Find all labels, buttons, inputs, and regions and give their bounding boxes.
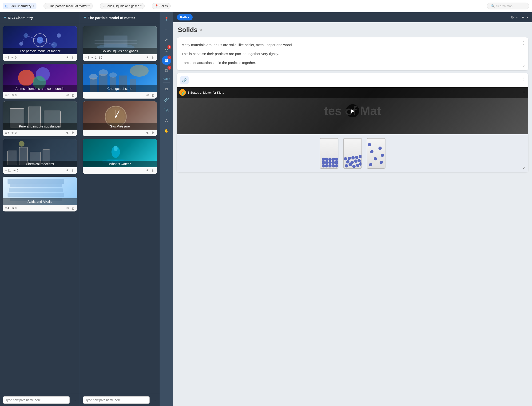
crumb-solids-liq-label: Solids, liquids and gases — [106, 4, 139, 8]
card-changes-footer: 👁 🗑 — [83, 92, 157, 99]
crumb-particle[interactable]: ○ The particle model of matter ▾ — [43, 3, 93, 9]
svg-point-77 — [369, 163, 372, 166]
eye-icon: 👁 — [12, 56, 14, 59]
topnav: ⊞ KS3 Chemistry ▾ → ○ The particle model… — [0, 0, 532, 12]
column-ks3: ≡ KS3 Chemistry — [0, 12, 80, 406]
crumb-particle-chevron: ▾ — [88, 4, 90, 7]
pen-btn[interactable]: ✒ — [521, 15, 525, 20]
text-p2: This is because their particles are pack… — [182, 51, 524, 57]
card-chemical-eye-btn[interactable]: 👁 — [66, 169, 69, 172]
card-acids-layers: ≡ 4 — [5, 207, 9, 210]
card-solids-liq-label: Solids, liquids and gases — [83, 48, 157, 54]
card-solids-liq[interactable]: Solids, liquids and gases ≡ 4 👁 1 ℹ 2 — [83, 26, 157, 61]
card-changes-trash-btn[interactable]: 🗑 — [151, 93, 155, 97]
col1-footer-dots[interactable]: ··· — [72, 397, 77, 403]
svg-point-83 — [368, 143, 371, 146]
layers-icon-2: ≡ — [5, 94, 7, 97]
tool-arrow-btn[interactable]: → — [162, 24, 171, 34]
card-chemical[interactable]: Chemical reactions ≡ 11 👁 0 👁 🗑 — [3, 139, 77, 174]
card-gas-trash-btn[interactable]: 🗑 — [151, 131, 155, 135]
svg-point-69 — [350, 161, 354, 164]
card-sl-trash-btn[interactable]: 🗑 — [151, 56, 155, 59]
text-card-expand-icon[interactable]: ⤢ — [523, 64, 525, 67]
card-atoms-eye-btn[interactable]: 👁 — [66, 93, 69, 97]
video-card-menu[interactable]: ⋮ — [521, 76, 525, 81]
card-acids-trash-btn[interactable]: 🗑 — [71, 206, 75, 210]
card-sl-eye-btn[interactable]: 👁 — [146, 56, 149, 59]
card-atoms-img: Atoms, elements and compounds — [3, 64, 77, 92]
svg-rect-23 — [7, 193, 64, 197]
card-changes-img: Changes of state — [83, 64, 157, 92]
comment-icon: □ — [165, 68, 168, 73]
svg-point-75 — [355, 156, 359, 159]
card-pure[interactable]: Pure and impure substances ≡ 6 👁 0 👁 🗑 — [3, 102, 77, 136]
card-water-img: What is water? — [83, 139, 157, 167]
tool-fullscreen-btn[interactable]: ⤢ — [162, 35, 171, 44]
card-water[interactable]: What is water? 👁 🗑 — [83, 139, 157, 174]
eye-icon-sl: 👁 — [92, 56, 94, 59]
column2-footer: ··· — [80, 394, 160, 406]
tool-drive-btn[interactable]: △ — [162, 116, 171, 125]
card-chemical-trash-btn[interactable]: 🗑 — [71, 169, 75, 172]
col1-new-path-input[interactable] — [3, 396, 70, 404]
card-pure-img: Pure and impure substances — [3, 102, 77, 130]
svg-rect-20 — [7, 179, 64, 184]
card-changes[interactable]: Changes of state 👁 🗑 — [83, 64, 157, 99]
arrow-icon-2: → — [94, 4, 99, 8]
card-particle[interactable]: The particle model of matter ≡ 4 👁 0 👁 🗑 — [3, 26, 77, 61]
col2-footer-dots[interactable]: ··· — [151, 397, 157, 403]
svg-point-47 — [114, 146, 118, 151]
card-chemical-views: 👁 0 — [13, 169, 18, 172]
tool-pin-btn[interactable]: 📍 — [162, 14, 171, 23]
card-pure-label: Pure and impure substances — [3, 123, 77, 130]
path-chevron: ▾ — [188, 15, 189, 19]
tool-link-btn[interactable]: 🔗 — [162, 95, 171, 104]
card-gas[interactable]: Gas Pressure 👁 🗑 — [83, 102, 157, 136]
card-water-eye-btn[interactable]: 👁 — [146, 169, 149, 172]
svg-point-65 — [352, 165, 356, 168]
crumb-solids-liq[interactable]: ○ Solids, liquids and gases ▾ — [100, 3, 145, 9]
card-pure-layers: ≡ 6 — [5, 131, 9, 135]
search-box[interactable]: 🔍 Search map... — [487, 3, 529, 9]
col2-new-path-input[interactable] — [83, 396, 150, 404]
node-edit-icon[interactable]: ✏ — [200, 28, 202, 32]
card-atoms-trash-btn[interactable]: 🗑 — [71, 93, 75, 97]
tool-hand-btn[interactable]: ✋ — [162, 126, 171, 135]
card-water-trash-btn[interactable]: 🗑 — [151, 169, 155, 172]
crumb-solids-liq-icon: ○ — [103, 4, 105, 8]
tool-comment-btn[interactable]: □ 0 — [162, 66, 171, 75]
tool-target-btn[interactable]: ◎ 0 — [162, 45, 171, 55]
column1-header: ≡ KS3 Chemistry — [0, 12, 80, 23]
video-thumbnail[interactable]: 🌈 3 States of Matter for Kid... ⋮ tes of… — [177, 87, 528, 134]
mid-toolbar: 📍 → ⤢ ◎ 0 ⊟ 2 □ 0 Add + ⧉ 🔗 📎 — [160, 12, 173, 406]
tool-copy-btn[interactable]: ⧉ — [162, 84, 171, 94]
card-atoms[interactable]: Atoms, elements and compounds ≡ 8 👁 0 👁 … — [3, 64, 77, 99]
crumb-solids[interactable]: 📍 Solids — [152, 3, 171, 9]
card-pure-trash-btn[interactable]: 🗑 — [71, 131, 75, 135]
video-expand-icon[interactable]: ⤢ — [523, 166, 525, 170]
card-gas-eye-btn[interactable]: 👁 — [146, 131, 149, 135]
svg-point-5 — [57, 33, 61, 38]
brand-button[interactable]: ⊞ KS3 Chemistry ▾ — [3, 3, 36, 9]
solid-cylinder — [320, 138, 338, 169]
tool-add-btn[interactable]: Add + — [163, 77, 170, 80]
svg-point-9 — [18, 70, 35, 86]
node-title: Solids — [178, 26, 198, 34]
right-toolbar: Path ▾ ⚙ ▾ ✒ ▾ — [173, 12, 532, 22]
tool-attach-btn[interactable]: 📎 — [162, 105, 171, 115]
card-acids-actions: 👁 🗑 — [66, 206, 75, 210]
card-changes-eye-btn[interactable]: 👁 — [146, 93, 149, 97]
tool-filter-btn[interactable]: ⊟ 2 — [162, 56, 171, 65]
column2-header: ≡ The particle model of matter — [80, 12, 160, 23]
path-button[interactable]: Path ▾ — [177, 14, 193, 21]
card-particle-eye-btn[interactable]: 👁 — [66, 56, 69, 59]
card-acids-eye-btn[interactable]: 👁 — [66, 206, 69, 210]
text-card-menu[interactable]: ⋮ — [521, 40, 525, 45]
card-pure-actions: 👁 🗑 — [66, 131, 75, 135]
settings-btn[interactable]: ⚙ — [510, 15, 514, 20]
card-acids[interactable]: Acids and Alkalis ≡ 4 👁 0 👁 🗑 — [3, 177, 77, 211]
video-thumb-wrap: 🌈 3 States of Matter for Kid... ⋮ tes of… — [177, 87, 528, 172]
card-chemical-img: Chemical reactions — [3, 139, 77, 167]
card-particle-trash-btn[interactable]: 🗑 — [71, 56, 75, 59]
card-pure-eye-btn[interactable]: 👁 — [66, 131, 69, 135]
